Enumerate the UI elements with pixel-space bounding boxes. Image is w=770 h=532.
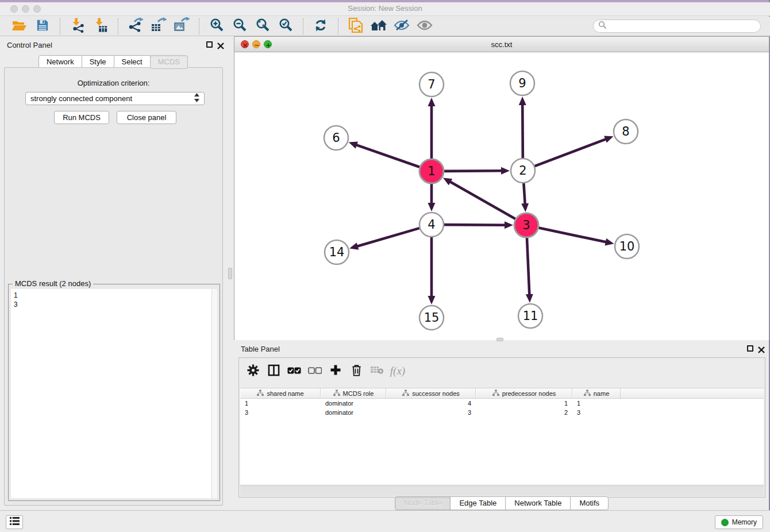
network-canvas[interactable]: 7968124314101511 — [234, 52, 769, 340]
delete-table-button[interactable] — [367, 361, 387, 381]
delete-table-icon — [370, 365, 384, 377]
table-cell[interactable]: 3 — [386, 409, 476, 416]
zoom-fit-icon — [256, 18, 270, 34]
node-table[interactable]: shared nameMCDS rolesuccessor nodesprede… — [240, 388, 764, 484]
column-header-successor-nodes[interactable]: successor nodes — [386, 388, 476, 398]
import-table-icon — [93, 17, 108, 35]
control-panel-header: Control Panel — [0, 37, 227, 54]
show-column-button[interactable] — [263, 361, 284, 381]
float-table-panel-icon[interactable] — [747, 345, 753, 352]
edge-2-8[interactable] — [535, 139, 607, 166]
edge-arrow-2-9 — [519, 97, 526, 105]
toolbar-separator — [60, 18, 60, 34]
graph-node-label-9: 9 — [518, 76, 526, 90]
status-bar: Memory — [0, 510, 770, 532]
toolbar-separator — [118, 18, 118, 34]
select-all-button[interactable] — [284, 361, 305, 381]
table-cell[interactable]: 1 — [476, 400, 572, 407]
column-header-shared-name[interactable]: shared name — [240, 388, 321, 398]
zoom-fit-button[interactable] — [253, 18, 272, 35]
edge-arrow-4-15 — [428, 296, 436, 304]
show-graphics-button[interactable] — [415, 18, 434, 35]
edge-3-11[interactable] — [527, 238, 529, 295]
dropdown-value: strongly connected component — [30, 94, 132, 103]
export-image-button[interactable] — [172, 18, 191, 35]
float-panel-icon[interactable] — [206, 41, 213, 48]
zoom-in-button[interactable] — [207, 18, 226, 35]
edge-arrow-1-4 — [428, 203, 436, 211]
table-cell[interactable]: 4 — [386, 400, 476, 407]
edge-4-3[interactable] — [444, 225, 506, 225]
network-view-window: scc.txt 7968124314101511 — [234, 36, 769, 340]
edge-1-2[interactable] — [444, 171, 502, 171]
deselect-all-button[interactable] — [305, 361, 325, 381]
table-cell[interactable]: dominator — [321, 409, 386, 416]
edge-3-10[interactable] — [539, 228, 607, 242]
close-panel-button[interactable]: Close panel — [117, 111, 176, 124]
tab-network-table[interactable]: Network Table — [505, 496, 571, 510]
hide-graphics-icon — [394, 19, 410, 34]
import-table-button[interactable] — [91, 18, 110, 35]
node-table-panel: f(x) shared nameMCDS rolesuccessor nodes… — [238, 357, 765, 498]
graph-node-label-3: 3 — [522, 218, 530, 232]
edge-2-3[interactable] — [523, 183, 525, 205]
graph-node-label-15: 15 — [424, 311, 440, 325]
delete-button[interactable] — [346, 361, 367, 381]
result-line: 3 — [14, 300, 209, 309]
edge-1-6[interactable] — [356, 145, 419, 167]
refresh-button[interactable] — [311, 18, 330, 35]
mcds-result-scrollbar[interactable] — [211, 289, 217, 498]
add-row-button[interactable] — [325, 361, 346, 381]
zoom-out-button[interactable] — [230, 18, 249, 35]
task-history-button[interactable] — [6, 515, 23, 529]
tab-node-table[interactable]: Node Table — [395, 496, 451, 510]
close-panel-icon[interactable] — [217, 41, 224, 48]
import-network-button[interactable] — [68, 18, 87, 35]
panel-divider-handle[interactable] — [228, 268, 232, 279]
table-scrollbar[interactable] — [240, 485, 764, 496]
table-row[interactable]: 3dominator323 — [240, 408, 764, 417]
edge-arrow-3-11 — [526, 294, 533, 303]
table-cell[interactable]: 3 — [572, 409, 621, 416]
column-header-name[interactable]: name — [572, 388, 621, 398]
export-table-button[interactable] — [149, 18, 168, 35]
select-all-icon — [287, 366, 301, 376]
edge-arrow-1-2 — [501, 167, 510, 175]
export-network-button[interactable] — [126, 18, 145, 35]
column-header-MCDS-role[interactable]: MCDS role — [321, 388, 386, 398]
memory-button[interactable]: Memory — [715, 515, 763, 529]
hide-graphics-button[interactable] — [392, 18, 411, 35]
edge-2-9[interactable] — [522, 104, 523, 158]
gear-icon — [247, 364, 259, 379]
open-session-button[interactable] — [10, 18, 29, 35]
edge-3-1[interactable] — [449, 182, 515, 219]
save-session-button[interactable] — [33, 18, 52, 35]
tab-edge-table[interactable]: Edge Table — [450, 496, 506, 510]
zoom-selected-button[interactable] — [276, 18, 295, 35]
function-builder-button[interactable]: f(x) — [387, 361, 408, 381]
table-cell[interactable]: 2 — [476, 409, 572, 416]
table-cell[interactable]: 1 — [240, 400, 321, 407]
network-view-titlebar[interactable]: scc.txt — [234, 37, 769, 52]
close-table-panel-icon[interactable] — [758, 345, 765, 352]
table-settings-button[interactable] — [242, 361, 263, 381]
optimization-criterion-select[interactable]: strongly connected component — [25, 92, 205, 105]
edge-4-14[interactable] — [357, 228, 419, 246]
tab-mcds[interactable]: MCDS — [150, 55, 188, 69]
search-input[interactable] — [593, 20, 761, 33]
duplicate-network-button[interactable] — [346, 18, 365, 35]
table-cell[interactable]: 1 — [572, 400, 621, 407]
home-icon-button[interactable] — [369, 18, 388, 35]
table-cell[interactable]: dominator — [321, 400, 386, 407]
graph-node-label-10: 10 — [619, 240, 635, 253]
tab-motifs[interactable]: Motifs — [570, 496, 609, 510]
table-row[interactable]: 1dominator411 — [240, 399, 764, 408]
table-panel-header: Table Panel — [234, 341, 770, 357]
export-table-icon — [151, 17, 167, 35]
run-mcds-button[interactable]: Run MCDS — [54, 111, 109, 124]
column-header-predecessor-nodes[interactable]: predecessor nodes — [476, 388, 572, 398]
mcds-result-text[interactable]: 13 — [11, 289, 211, 498]
table-cell[interactable]: 3 — [240, 409, 321, 416]
edge-arrow-4-3 — [505, 221, 513, 229]
graph-node-label-8: 8 — [622, 125, 629, 138]
